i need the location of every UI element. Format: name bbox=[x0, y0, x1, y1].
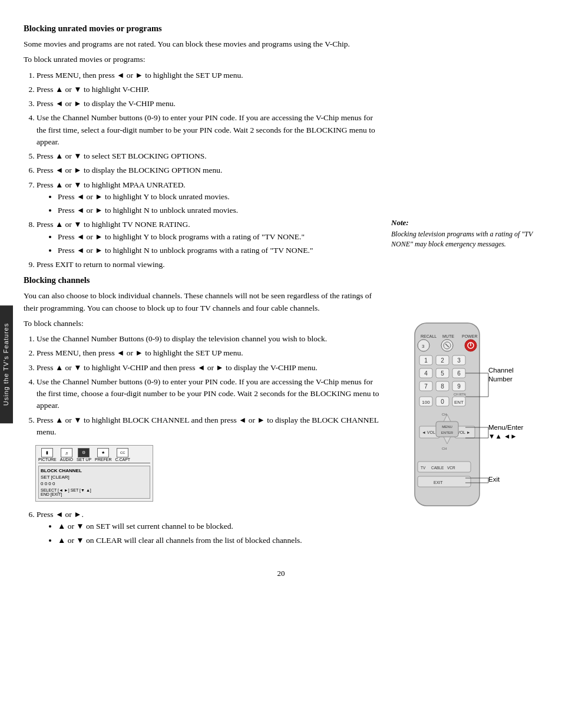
step-4: Use the Channel Number buttons (0-9) to … bbox=[37, 112, 379, 148]
svg-text:4: 4 bbox=[424, 370, 428, 377]
audio-icon: ♬ bbox=[61, 448, 72, 457]
picture-icon: ▮ bbox=[41, 448, 53, 457]
svg-text:RECALL: RECALL bbox=[421, 334, 437, 338]
menu-enter-label: Menu/Enter▼▲ ◄► bbox=[488, 423, 523, 441]
step-9: Press EXIT to return to normal viewing. bbox=[37, 259, 379, 271]
note-text: Blocking television programs with a rati… bbox=[391, 229, 544, 249]
audio-label: AUDIO bbox=[60, 457, 73, 462]
tab-label: Using the TV's Features bbox=[2, 322, 9, 405]
svg-text:ENT: ENT bbox=[454, 400, 464, 405]
note-box: Note: Blocking television programs with … bbox=[391, 218, 544, 249]
section2-intro2: To block channels: bbox=[24, 318, 379, 330]
svg-text:TV: TV bbox=[421, 466, 426, 470]
svg-text:2: 2 bbox=[441, 357, 444, 364]
remote-svg: RECALL MUTE POWER 3 bbox=[397, 320, 503, 521]
picture-icon-group: ▮ PICTURE bbox=[38, 448, 57, 462]
note-title: Note: bbox=[391, 218, 544, 228]
select-set-row: SELECT [◄ ►] SET [▼ ▲] bbox=[41, 488, 148, 492]
svg-text:0: 0 bbox=[441, 398, 444, 405]
step8-bullet2: Press ◄ or ► to highlight N to unblock p… bbox=[58, 245, 379, 256]
s2-step-3: Press ▲ or ▼ to highlight V-CHIP and the… bbox=[37, 362, 379, 374]
prefer-icon-group: ★ PREFER bbox=[95, 448, 111, 462]
svg-text:CH: CH bbox=[442, 447, 447, 450]
svg-text:7: 7 bbox=[424, 383, 428, 390]
section2-steps: Use the Channel Number Buttons (0-9) to … bbox=[37, 333, 379, 438]
section1-intro2: To block unrated movies or programs: bbox=[24, 54, 379, 65]
step-3: Press ◄ or ► to display the V-CHIP menu. bbox=[37, 98, 379, 110]
svg-rect-43 bbox=[436, 421, 458, 437]
svg-text:8: 8 bbox=[441, 383, 444, 390]
section1-title: Blocking unrated movies or programs bbox=[24, 24, 379, 34]
block-channel-section: BLOCK CHANNEL SET [CLEAR] 0 0 0 0 SELECT… bbox=[38, 466, 150, 499]
step-6: Press ◄ or ► to display the BLOCKING OPT… bbox=[37, 164, 379, 176]
svg-text:6: 6 bbox=[457, 370, 461, 377]
exit-label: Exit bbox=[488, 475, 500, 484]
ccapt-icon: CC bbox=[117, 448, 128, 457]
setup-icon-group: ⚙ SET UP bbox=[77, 448, 91, 462]
section2-title: Blocking channels bbox=[24, 275, 379, 285]
setup-label: SET UP bbox=[77, 457, 91, 462]
svg-text:MUTE: MUTE bbox=[442, 334, 454, 338]
page: Using the TV's Features Blocking unrated… bbox=[0, 0, 562, 728]
svg-rect-52 bbox=[418, 476, 471, 487]
page-number: 20 bbox=[0, 569, 562, 578]
picture-label: PICTURE bbox=[38, 457, 57, 462]
step-7: Press ▲ or ▼ to highlight MPAA UNRATED. … bbox=[37, 179, 379, 217]
block-channel-title: BLOCK CHANNEL bbox=[41, 468, 148, 473]
svg-text:◄ VOL: ◄ VOL bbox=[422, 430, 435, 434]
set-clear-label: SET [CLEAR] bbox=[41, 475, 70, 480]
step8-bullet1: Press ◄ or ► to highlight Y to block pro… bbox=[58, 231, 379, 243]
svg-text:CH: CH bbox=[442, 413, 447, 416]
svg-text:CH RTN: CH RTN bbox=[454, 393, 466, 396]
step-2: Press ▲ or ▼ to highlight V-CHIP. bbox=[37, 84, 379, 95]
prefer-label: PREFER bbox=[95, 457, 111, 462]
step-8: Press ▲ or ▼ to highlight TV NONE RATING… bbox=[37, 219, 379, 256]
svg-text:3: 3 bbox=[422, 344, 425, 349]
svg-text:100: 100 bbox=[422, 400, 430, 405]
s2-step-5: Press ▲ or ▼ to highlight BLOCK CHANNEL … bbox=[37, 414, 379, 439]
svg-text:3: 3 bbox=[457, 357, 461, 364]
ccapt-icon-group: CC C.CAPT bbox=[115, 448, 130, 462]
svg-text:CABLE: CABLE bbox=[431, 466, 444, 470]
svg-text:9: 9 bbox=[457, 383, 461, 390]
left-column: Blocking unrated movies or programs Some… bbox=[24, 24, 379, 551]
s2-step-2: Press MENU, then press ◄ or ► to highlig… bbox=[37, 347, 379, 359]
remote-section: RECALL MUTE POWER 3 bbox=[391, 320, 544, 521]
section1-steps: Press MENU, then press ◄ or ► to highlig… bbox=[37, 70, 379, 271]
section2-steps-continued: Press ◄ or ►. ▲ or ▼ on SET will set cur… bbox=[37, 509, 379, 546]
section2-intro1: You can also choose to block individual … bbox=[24, 290, 379, 314]
end-row: END [EXIT] bbox=[41, 492, 148, 496]
menu-bar: ▮ PICTURE ♬ AUDIO ⚙ SET UP ★ PREFER bbox=[38, 448, 150, 463]
svg-text:EXIT: EXIT bbox=[434, 480, 443, 485]
set-clear-row: SET [CLEAR] bbox=[41, 475, 148, 480]
select-line: SELECT [◄ ►] SET [▼ ▲] bbox=[41, 488, 91, 492]
svg-text:5: 5 bbox=[441, 370, 444, 377]
step6-bullets: ▲ or ▼ on SET will set current channel t… bbox=[58, 521, 379, 546]
ccapt-label: C.CAPT bbox=[115, 457, 130, 462]
s2-step-6: Press ◄ or ►. ▲ or ▼ on SET will set cur… bbox=[37, 509, 379, 546]
channel-values: 0 0 0 0 bbox=[41, 481, 55, 486]
channel-number-label: ChannelNumber bbox=[488, 366, 514, 384]
setup-icon: ⚙ bbox=[78, 448, 90, 457]
step8-bullets: Press ◄ or ► to highlight Y to block pro… bbox=[58, 231, 379, 257]
audio-icon-group: ♬ AUDIO bbox=[60, 448, 73, 462]
menu-screenshot: ▮ PICTURE ♬ AUDIO ⚙ SET UP ★ PREFER bbox=[35, 445, 153, 502]
step-1: Press MENU, then press ◄ or ► to highlig… bbox=[37, 70, 379, 81]
s2-step-4: Use the Channel Number buttons (0-9) to … bbox=[37, 376, 379, 412]
step6-bullet1: ▲ or ▼ on SET will set current channel t… bbox=[58, 521, 379, 532]
svg-text:POWER: POWER bbox=[462, 334, 477, 338]
section1-intro1: Some movies and programs are not rated. … bbox=[24, 38, 379, 50]
svg-rect-48 bbox=[418, 462, 471, 472]
right-column: Note: Blocking television programs with … bbox=[391, 24, 544, 551]
svg-text:VCR: VCR bbox=[447, 466, 455, 470]
svg-text:ENTER: ENTER bbox=[441, 431, 454, 434]
prefer-icon: ★ bbox=[97, 448, 109, 457]
step7-bullets: Press ◄ or ► to highlight Y to block unr… bbox=[58, 191, 379, 217]
svg-text:1: 1 bbox=[424, 357, 428, 364]
step7-bullet1: Press ◄ or ► to highlight Y to block unr… bbox=[58, 191, 379, 203]
section-tab: Using the TV's Features bbox=[0, 305, 13, 423]
end-line: END [EXIT] bbox=[41, 492, 62, 496]
svg-text:VOL ►: VOL ► bbox=[457, 430, 471, 434]
svg-text:MENU: MENU bbox=[442, 425, 452, 429]
channel-numbers: 0 0 0 0 bbox=[41, 481, 148, 486]
